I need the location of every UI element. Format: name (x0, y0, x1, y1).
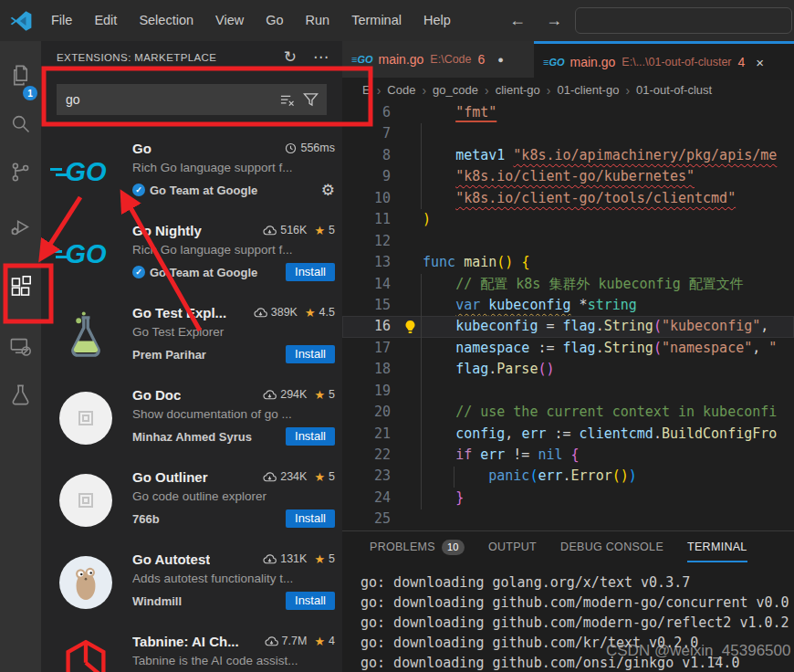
gopher-extension-icon (59, 556, 112, 609)
back-arrow-icon[interactable]: ← (509, 11, 526, 30)
extension-item-go[interactable]: GOGo556msRich Go language support f...✓G… (41, 132, 342, 215)
menu-bar: FileEditSelectionViewGoRunTerminalHelp (40, 0, 462, 41)
extensions-icon[interactable] (0, 264, 41, 308)
install-button[interactable]: Install (286, 592, 335, 610)
breadcrumb-item[interactable]: 01-client-go (557, 83, 619, 97)
menu-edit[interactable]: Edit (83, 0, 128, 41)
breadcrumb-item[interactable]: client-go (496, 83, 540, 97)
editor-tab-bar: ≡GO main.go E:\Code 6 ● ≡GO main.go E:\.… (342, 41, 794, 78)
godoc-extension-icon (59, 392, 112, 445)
remote-explorer-icon[interactable] (0, 324, 41, 368)
code-line-22[interactable]: 22 if err != nil { (342, 445, 794, 466)
menu-go[interactable]: Go (255, 0, 294, 41)
forward-arrow-icon[interactable]: → (546, 11, 562, 30)
line-number: 10 (342, 188, 391, 209)
tab-main-go-code[interactable]: ≡GO main.go E:\Code 6 ● (342, 41, 537, 78)
tab-main-go-out-of-cluster[interactable]: ≡GO main.go E:\...\01-out-of-cluster 4 × (534, 41, 794, 80)
breadcrumb-item[interactable]: E (362, 83, 371, 97)
code-line-14[interactable]: 14 // 配置 k8s 集群外 kubeconfig 配置文件 (342, 274, 794, 295)
dirty-indicator-icon[interactable]: ● (497, 54, 504, 65)
rating: 4.5 (319, 306, 335, 319)
breadcrumb-item[interactable]: Code (387, 83, 415, 97)
refresh-icon[interactable]: ↻ (284, 47, 297, 67)
code-line-15[interactable]: 15 var kubeconfig *string (342, 295, 794, 316)
breadcrumb-item[interactable]: 01-out-of-clust (636, 83, 712, 97)
code-line-12[interactable]: 12 (342, 231, 794, 252)
install-count: 294K (280, 388, 307, 401)
line-number: 23 (342, 466, 391, 487)
downloads-icon (254, 307, 267, 319)
install-button[interactable]: Install (286, 427, 335, 446)
install-count: 516K (280, 224, 307, 236)
extension-item-go-outliner[interactable]: Go Outliner234K★5Go code outline explore… (41, 461, 342, 543)
code-line-23[interactable]: 23 panic(err.Error()) (342, 466, 794, 487)
search-icon[interactable] (0, 101, 41, 145)
extensions-search-input[interactable] (64, 91, 279, 108)
extension-item-go-autotest[interactable]: Go Autotest131K★5Adds autotest functiona… (41, 543, 342, 625)
install-button[interactable]: Install (286, 509, 335, 528)
breadcrumb-separator: › (625, 83, 630, 98)
code-editor[interactable]: 6 "fmt"78 metav1 "k8s.io/apimachinery/pk… (342, 102, 794, 530)
code-line-17[interactable]: 17 namespace := flag.String("namespace",… (342, 338, 794, 359)
clear-filter-icon[interactable] (279, 93, 295, 107)
go-extension-icon: GO (65, 157, 106, 187)
run-and-debug-icon[interactable] (0, 205, 41, 248)
code-line-16[interactable]: 16 kubeconfig = flag.String("kubeconfig"… (342, 316, 794, 337)
code-line-21[interactable]: 21 config, err := clientcmd.BuildConfigF… (342, 424, 794, 445)
code-line-19[interactable]: 19 (342, 381, 794, 402)
line-number: 24 (342, 488, 391, 509)
filter-icon[interactable] (303, 92, 319, 107)
tab-problems[interactable]: PROBLEMS 10 (370, 531, 465, 562)
extension-item-go-test-expl[interactable]: Go Test Expl...389K★4.5Go Test ExplorerP… (41, 297, 342, 379)
menu-selection[interactable]: Selection (128, 0, 204, 41)
close-tab-icon[interactable]: × (756, 55, 764, 70)
go-file-icon: ≡GO (543, 57, 565, 68)
menu-help[interactable]: Help (413, 0, 462, 41)
menu-run[interactable]: Run (295, 0, 341, 41)
extension-item-go-doc[interactable]: Go Doc294K★5Show documentation of go ...… (41, 379, 342, 461)
extension-description: Adds autotest functionality t... (132, 572, 335, 585)
code-line-10[interactable]: 10 "k8s.io/client-go/tools/clientcmd" (342, 188, 794, 209)
code-line-6[interactable]: 6 "fmt" (342, 102, 794, 123)
tab-debug-console[interactable]: DEBUG CONSOLE (560, 531, 663, 562)
source-control-icon[interactable] (0, 150, 41, 194)
code-line-9[interactable]: 9 "k8s.io/client-go/kubernetes" (342, 166, 794, 187)
line-number: 7 (342, 123, 391, 144)
install-button[interactable]: Install (286, 345, 335, 363)
line-number: 20 (342, 402, 391, 423)
code-line-7[interactable]: 7 (342, 123, 794, 144)
extension-name: Go Nightly (132, 223, 202, 238)
menu-view[interactable]: View (204, 0, 255, 41)
lightbulb-icon[interactable] (403, 320, 417, 334)
extension-description: Rich Go language support f... (132, 243, 335, 257)
downloads-icon (263, 553, 277, 565)
code-line-8[interactable]: 8 metav1 "k8s.io/apimachinery/pkg/apis/m… (342, 145, 794, 166)
star-icon: ★ (305, 306, 316, 320)
testing-icon[interactable] (0, 373, 41, 416)
tab-label: main.go (379, 52, 424, 67)
menu-terminal[interactable]: Terminal (340, 0, 413, 41)
code-line-13[interactable]: 13func main() { (342, 252, 794, 273)
extension-author: 766b (132, 512, 160, 526)
breadcrumb-item[interactable]: go_code (433, 83, 478, 97)
code-line-25[interactable]: 25 (342, 509, 794, 530)
activation-time: 556ms (300, 142, 335, 154)
line-number: 17 (342, 338, 391, 359)
extension-item-tabnine-ai-ch[interactable]: Tabnine: AI Ch...7.7M★4Tabnine is the AI… (41, 625, 342, 672)
install-button[interactable]: Install (286, 263, 335, 281)
manage-gear-icon[interactable]: ⚙ (321, 181, 335, 200)
tab-output[interactable]: OUTPUT (488, 531, 537, 562)
code-line-11[interactable]: 11) (342, 209, 794, 230)
clock-icon (285, 142, 297, 154)
breadcrumb-separator: › (377, 83, 381, 98)
command-center[interactable] (575, 7, 792, 34)
extension-item-go-nightly[interactable]: GOGo Nightly516K★5Rich Go language suppo… (41, 215, 342, 297)
menu-file[interactable]: File (40, 0, 83, 41)
code-line-24[interactable]: 24 } (342, 488, 794, 509)
more-actions-icon[interactable]: ⋯ (313, 47, 329, 67)
extension-name: Go Test Expl... (132, 305, 226, 320)
explorer-icon[interactable]: 1 (0, 53, 41, 97)
code-line-18[interactable]: 18 flag.Parse() (342, 359, 794, 380)
tab-terminal[interactable]: TERMINAL (687, 531, 747, 562)
code-line-20[interactable]: 20 // use the current context in kubecon… (342, 402, 794, 423)
